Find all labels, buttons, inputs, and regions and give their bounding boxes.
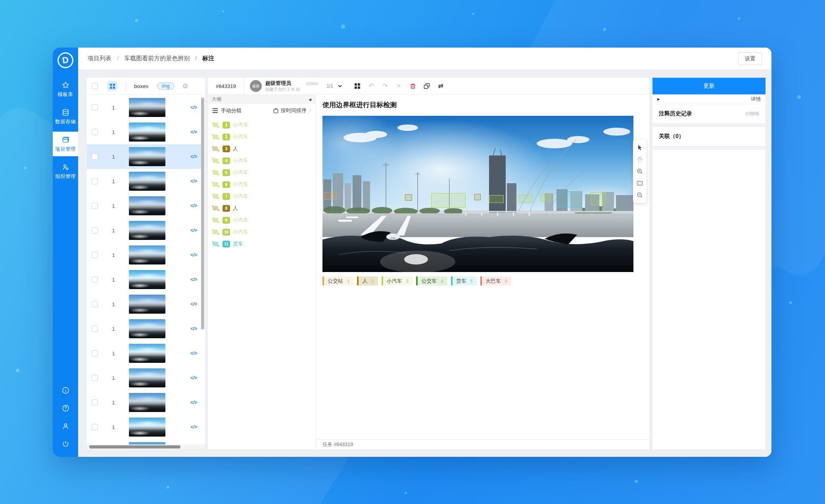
row-checkbox[interactable] <box>92 104 98 111</box>
update-button[interactable]: 更新 <box>652 78 766 94</box>
bounding-box[interactable] <box>591 192 606 205</box>
file-row[interactable]: 1 </> <box>87 415 201 439</box>
file-row[interactable]: 1 </> <box>87 267 201 292</box>
panorama-thumbnail[interactable] <box>129 344 165 363</box>
annotation-item[interactable]: 1 小汽车 <box>208 119 315 131</box>
file-row[interactable]: 1 </> <box>87 169 201 194</box>
label-tag[interactable]: 公交站 1 <box>322 276 353 286</box>
grid-view-icon[interactable] <box>107 81 117 91</box>
bounding-box[interactable] <box>405 194 412 201</box>
breadcrumb-item[interactable]: 车载图看前方的景色辨别 <box>111 55 190 62</box>
details-label[interactable]: 详情 <box>751 96 761 103</box>
code-icon[interactable]: </> <box>190 424 197 430</box>
horizontal-scrollbar[interactable] <box>89 445 180 448</box>
row-checkbox[interactable] <box>92 350 98 356</box>
code-icon[interactable]: </> <box>190 154 197 159</box>
chevron-down-icon[interactable] <box>337 83 343 89</box>
breadcrumb-item[interactable]: 项目列表 <box>88 55 111 62</box>
label-tag[interactable]: 人 2 <box>357 276 378 286</box>
relations-section[interactable]: 关联（0） <box>652 127 766 146</box>
file-row[interactable]: 1 </> <box>87 292 201 316</box>
nav-item-data-storage[interactable]: 数据存储 <box>53 104 78 129</box>
file-row[interactable]: 1 </> <box>87 341 201 366</box>
annotation-item[interactable]: 4 小汽车 <box>208 155 315 167</box>
gear-icon[interactable]: ⚙ <box>182 83 188 90</box>
label-tag[interactable]: 小汽车 3 <box>382 276 412 286</box>
code-icon[interactable]: </> <box>190 375 197 381</box>
bounding-box[interactable] <box>474 194 481 200</box>
zoom-in-tool[interactable] <box>634 165 646 177</box>
code-icon[interactable]: </> <box>190 178 197 184</box>
label-tag[interactable]: 货车 5 <box>451 276 477 286</box>
code-icon[interactable]: </> <box>190 301 197 307</box>
code-icon[interactable]: </> <box>190 252 197 258</box>
breadcrumb-item[interactable]: 标注 <box>190 55 214 62</box>
code-icon[interactable]: </> <box>190 228 197 233</box>
label-tag[interactable]: 大巴车 6 <box>480 276 511 286</box>
code-icon[interactable]: </> <box>190 351 197 356</box>
annotation-item[interactable]: 5 小汽车 <box>208 167 315 178</box>
panorama-thumbnail[interactable] <box>129 172 165 191</box>
sort-by-time-button[interactable]: 按时间排序 ↑ <box>273 107 311 114</box>
expand-icon[interactable]: ▶ <box>657 97 660 101</box>
close-icon[interactable]: × <box>395 82 403 90</box>
row-checkbox[interactable] <box>92 276 98 283</box>
annotation-item[interactable]: 10 小汽车 <box>208 226 315 238</box>
row-checkbox[interactable] <box>92 301 98 307</box>
label-tag[interactable]: 公交车 4 <box>416 276 447 286</box>
bounding-box[interactable] <box>558 192 582 207</box>
panorama-thumbnail[interactable] <box>129 98 165 117</box>
panorama-thumbnail[interactable] <box>129 319 165 338</box>
annotation-item[interactable]: 8 人 <box>208 202 315 214</box>
file-row[interactable]: 1 </> <box>87 194 201 218</box>
code-icon[interactable]: </> <box>190 277 197 282</box>
redo-icon[interactable]: ↷ <box>382 82 389 90</box>
annotation-item[interactable]: 2 小汽车 <box>208 131 315 143</box>
nav-item-project-management[interactable]: 项目管理 <box>53 132 78 156</box>
annotation-history-section[interactable]: 注释历史记录 #3906 <box>652 104 766 123</box>
file-row[interactable]: 1 </> <box>87 120 201 144</box>
row-checkbox[interactable] <box>92 203 98 209</box>
panorama-thumbnail[interactable] <box>129 418 165 437</box>
vertical-scrollbar[interactable] <box>201 98 204 330</box>
annotation-item[interactable]: 9 小汽车 <box>208 214 315 226</box>
panorama-thumbnail[interactable] <box>129 221 165 240</box>
file-row[interactable]: 1 </> <box>87 95 201 120</box>
fit-to-screen-tool[interactable] <box>634 177 646 189</box>
panorama-thumbnail[interactable] <box>129 196 165 215</box>
file-row[interactable]: 1 </> <box>87 366 201 390</box>
file-row[interactable]: 1 </> <box>87 390 201 415</box>
cursor-tool[interactable] <box>634 142 646 153</box>
transfer-icon[interactable]: ⇄ <box>437 82 444 90</box>
code-icon[interactable]: </> <box>190 326 197 332</box>
annotation-item[interactable]: 7 小汽车 <box>208 190 315 202</box>
user-icon[interactable] <box>61 422 70 430</box>
undo-icon[interactable]: ↶ <box>368 82 375 90</box>
zoom-out-tool[interactable] <box>634 189 646 201</box>
hand-tool[interactable] <box>634 153 646 165</box>
annotation-item[interactable]: 3 人 <box>208 143 315 155</box>
panorama-thumbnail[interactable] <box>129 295 165 314</box>
bounding-box[interactable] <box>518 195 533 203</box>
panorama-thumbnail[interactable] <box>129 123 165 142</box>
row-checkbox[interactable] <box>92 153 98 160</box>
nav-item-organization-management[interactable]: 组织管理 <box>53 159 78 184</box>
code-icon[interactable]: </> <box>190 203 197 209</box>
trash-icon[interactable] <box>409 82 416 90</box>
panorama-thumbnail[interactable] <box>129 393 165 412</box>
row-checkbox[interactable] <box>92 129 98 135</box>
row-checkbox[interactable] <box>92 252 98 258</box>
row-checkbox[interactable] <box>92 424 98 430</box>
panorama-thumbnail[interactable] <box>129 270 165 289</box>
row-checkbox[interactable] <box>92 375 98 381</box>
annotation-item[interactable]: 11 货车 <box>208 238 315 250</box>
code-icon[interactable]: </> <box>190 400 197 405</box>
code-icon[interactable]: </> <box>190 129 197 135</box>
panorama-thumbnail[interactable] <box>129 245 165 264</box>
file-row[interactable]: 1 </> <box>87 439 201 445</box>
bounding-box[interactable] <box>540 194 551 201</box>
file-row[interactable]: 1 </> <box>87 144 201 169</box>
bounding-box[interactable] <box>431 193 465 208</box>
code-icon[interactable]: </> <box>190 105 197 110</box>
file-row[interactable]: 1 </> <box>87 218 201 243</box>
